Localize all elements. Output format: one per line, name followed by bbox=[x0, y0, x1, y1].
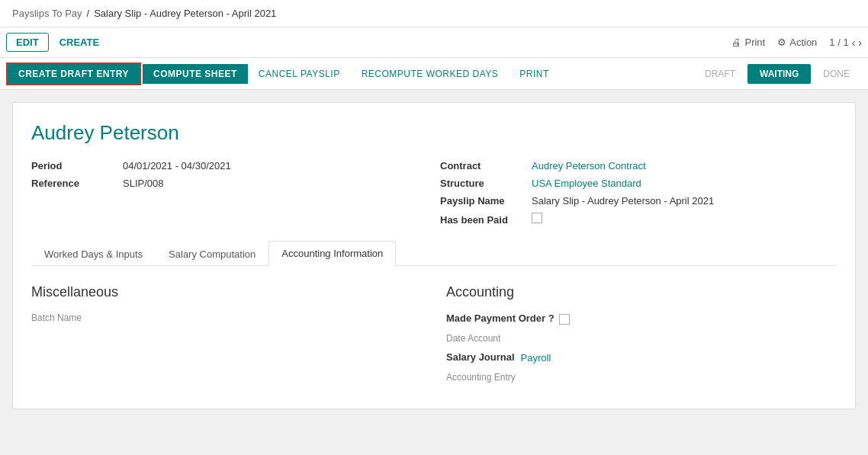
print-payslip-button[interactable]: PRINT bbox=[509, 64, 560, 84]
accounting-entry-row: Accounting Entry bbox=[446, 372, 837, 383]
structure-row: Structure USA Employee Standard bbox=[440, 178, 837, 189]
edit-toolbar: EDIT CREATE 🖨 Print ⚙ Action 1 / 1 ‹ › bbox=[0, 27, 868, 58]
payslip-name-label: Payslip Name bbox=[440, 195, 532, 207]
action-button[interactable]: ⚙ Action bbox=[777, 37, 817, 48]
tab-accounting-info[interactable]: Accounting Information bbox=[268, 241, 396, 266]
info-left: Period 04/01/2021 - 04/30/2021 Reference… bbox=[31, 160, 428, 226]
salary-journal-row: Salary Journal Payroll bbox=[446, 351, 837, 364]
info-right: Contract Audrey Peterson Contract Struct… bbox=[440, 160, 837, 226]
main-content: Audrey Peterson Period 04/01/2021 - 04/3… bbox=[0, 90, 868, 455]
print-button[interactable]: 🖨 Print bbox=[731, 37, 765, 48]
misc-title: Miscellaneous bbox=[31, 284, 422, 300]
salary-journal-label: Salary Journal bbox=[446, 351, 515, 363]
period-label: Period bbox=[31, 160, 123, 171]
compute-sheet-button[interactable]: COMPUTE SHEET bbox=[143, 64, 248, 84]
has-been-paid-row: Has been Paid bbox=[440, 213, 837, 226]
employee-name: Audrey Peterson bbox=[31, 121, 837, 145]
contract-label: Contract bbox=[440, 160, 532, 171]
has-been-paid-checkbox[interactable] bbox=[532, 213, 542, 223]
structure-label: Structure bbox=[440, 178, 532, 189]
payslip-name-row: Payslip Name Salary Slip - Audrey Peters… bbox=[440, 195, 837, 207]
payslip-card: Audrey Peterson Period 04/01/2021 - 04/3… bbox=[12, 102, 856, 409]
recompute-worked-days-button[interactable]: RECOMPUTE WORKED DAYS bbox=[351, 64, 510, 84]
pagination: 1 / 1 ‹ › bbox=[829, 37, 862, 49]
misc-section: Miscellaneous Batch Name bbox=[31, 284, 422, 390]
gear-icon: ⚙ bbox=[777, 37, 786, 48]
made-payment-label: Made Payment Order ? bbox=[446, 312, 555, 324]
breadcrumb-current: Salary Slip - Audrey Peterson - April 20… bbox=[94, 8, 276, 19]
status-draft: DRAFT bbox=[693, 64, 747, 84]
tab-worked-days[interactable]: Worked Days & Inputs bbox=[31, 241, 156, 266]
reference-value: SLIP/008 bbox=[123, 178, 164, 189]
contract-row: Contract Audrey Peterson Contract bbox=[440, 160, 837, 171]
breadcrumb: Payslips To Pay / Salary Slip - Audrey P… bbox=[12, 8, 276, 19]
period-row: Period 04/01/2021 - 04/30/2021 bbox=[31, 160, 428, 171]
breadcrumb-bar: Payslips To Pay / Salary Slip - Audrey P… bbox=[0, 0, 868, 27]
tab-salary-computation[interactable]: Salary Computation bbox=[156, 241, 268, 266]
accounting-section: Accounting Made Payment Order ? Date Acc… bbox=[446, 284, 837, 390]
reference-row: Reference SLIP/008 bbox=[31, 178, 428, 189]
create-button[interactable]: CREATE bbox=[50, 34, 108, 51]
salary-journal-value[interactable]: Payroll bbox=[521, 352, 551, 364]
breadcrumb-parent[interactable]: Payslips To Pay bbox=[12, 8, 82, 19]
toolbar-right: 🖨 Print ⚙ Action 1 / 1 ‹ › bbox=[731, 37, 862, 49]
edit-button[interactable]: EDIT bbox=[6, 33, 49, 52]
made-payment-checkbox[interactable] bbox=[559, 314, 570, 325]
payslip-name-value: Salary Slip - Audrey Peterson - April 20… bbox=[532, 195, 714, 207]
made-payment-row: Made Payment Order ? bbox=[446, 312, 837, 325]
tab-content-accounting: Miscellaneous Batch Name Accounting Made… bbox=[31, 266, 837, 390]
pagination-text: 1 / 1 bbox=[829, 37, 848, 48]
batch-name-label: Batch Name bbox=[31, 312, 422, 323]
date-account-row: Date Account bbox=[446, 333, 837, 344]
status-done: DONE bbox=[811, 64, 862, 84]
period-value: 04/01/2021 - 04/30/2021 bbox=[123, 160, 231, 171]
batch-name-row: Batch Name bbox=[31, 312, 422, 323]
contract-value[interactable]: Audrey Peterson Contract bbox=[532, 160, 646, 171]
has-been-paid-label: Has been Paid bbox=[440, 214, 532, 226]
structure-value[interactable]: USA Employee Standard bbox=[532, 178, 641, 189]
create-draft-entry-button[interactable]: CREATE DRAFT ENTRY bbox=[6, 62, 141, 85]
accounting-entry-label: Accounting Entry bbox=[446, 372, 837, 383]
next-button[interactable]: › bbox=[858, 37, 862, 49]
info-grid: Period 04/01/2021 - 04/30/2021 Reference… bbox=[31, 160, 837, 226]
prev-button[interactable]: ‹ bbox=[852, 37, 856, 49]
status-waiting: WAITING bbox=[747, 64, 811, 84]
accounting-section-grid: Miscellaneous Batch Name Accounting Made… bbox=[31, 284, 837, 390]
accounting-title: Accounting bbox=[446, 284, 837, 300]
reference-label: Reference bbox=[31, 178, 123, 189]
cancel-payslip-button[interactable]: CANCEL PAYSLIP bbox=[248, 64, 351, 84]
date-account-label: Date Account bbox=[446, 333, 837, 344]
tab-bar: Worked Days & Inputs Salary Computation … bbox=[31, 241, 837, 266]
action-bar: CREATE DRAFT ENTRY COMPUTE SHEET CANCEL … bbox=[0, 58, 868, 90]
printer-icon: 🖨 bbox=[731, 37, 741, 48]
breadcrumb-separator: / bbox=[87, 8, 90, 19]
status-bar: DRAFT WAITING DONE bbox=[693, 64, 862, 84]
